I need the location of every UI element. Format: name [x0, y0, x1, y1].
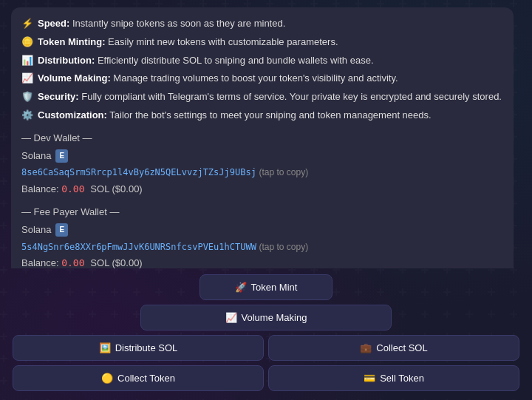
dev-balance-amount: 0.00 — [61, 183, 90, 194]
dev-wallet-row: Solana E — [21, 149, 503, 164]
feature-volume: 📈 Volume Making: Manage trading volumes … — [21, 71, 503, 87]
feature-speed: ⚡ Speed: Instantly snipe tokens as soon … — [21, 16, 503, 32]
distribute-sol-label: Distribute SOL — [115, 342, 178, 353]
collect-sol-icon: 💼 — [360, 342, 372, 353]
button-row-2: 📈 Volume Making — [11, 305, 521, 330]
volume-making-label: Volume Making — [242, 312, 307, 323]
speed-icon: ⚡ — [21, 16, 33, 32]
feature-customization: ⚙️ Customization: Tailor the bot's setti… — [21, 108, 503, 123]
speed-label: Speed: — [38, 18, 69, 29]
message-bubble: ⚡ Speed: Instantly snipe tokens as soon … — [11, 7, 514, 268]
customization-label: Customization: — [38, 109, 107, 121]
minting-text: Easily mint new tokens with customizable… — [108, 36, 338, 47]
distribute-sol-button[interactable]: 🖼️ Distribute SOL — [13, 335, 264, 361]
button-row-3: 🖼️ Distribute SOL 💼 Collect SOL — [11, 335, 521, 361]
volume-making-button[interactable]: 📈 Volume Making — [140, 305, 392, 330]
chat-container: ⚡ Speed: Instantly snipe tokens as soon … — [0, 0, 532, 400]
speed-text: Instantly snipe tokens as soon as they a… — [72, 18, 285, 29]
volume-icon: 📈 — [21, 71, 33, 87]
token-mint-label: Token Mint — [251, 282, 298, 293]
sell-token-label: Sell Token — [380, 373, 424, 384]
button-row-4: 🟡 Collect Token 💳 Sell Token — [11, 365, 521, 391]
dev-balance-suffix: SOL ($0.00) — [90, 183, 142, 194]
sell-token-icon: 💳 — [364, 373, 375, 384]
volume-making-icon: 📈 — [225, 312, 237, 323]
collect-token-label: Collect Token — [117, 373, 175, 384]
token-mint-button[interactable]: 🚀 Token Mint — [200, 274, 332, 300]
volume-text: Manage trading volumes to boost your tok… — [113, 72, 398, 84]
collect-sol-button[interactable]: 💼 Collect SOL — [268, 335, 519, 361]
dev-wallet-section: — Dev Wallet — Solana E 8se6CaSaqSrmSRrc… — [21, 131, 503, 197]
fee-payer-wallet-badge: E — [55, 223, 68, 237]
customization-icon: ⚙️ — [21, 108, 33, 123]
fee-payer-balance-amount: 0.00 — [61, 257, 90, 268]
collect-token-button[interactable]: 🟡 Collect Token — [13, 365, 264, 391]
fee-payer-wallet-address-row[interactable]: 5s4NgSnr6e8XXr6pFmwJJvK6UNRSnfcsvPVEu1hC… — [21, 240, 503, 255]
fee-payer-wallet-balance: Balance: 0.00 SOL ($0.00) — [21, 256, 503, 268]
dev-chain-label: Solana — [21, 149, 51, 164]
volume-label: Volume Making: — [38, 72, 111, 84]
distribution-icon: 📊 — [21, 53, 33, 69]
button-row-1: 🚀 Token Mint — [11, 274, 521, 300]
security-icon: 🛡️ — [21, 89, 33, 105]
feature-minting: 🪙 Token Minting: Easily mint new tokens … — [21, 35, 503, 50]
feature-security: 🛡️ Security: Fully compliant with Telegr… — [21, 89, 503, 105]
feature-distribution: 📊 Distribution: Efficiently distribute S… — [21, 53, 503, 69]
customization-text: Tailor the bot's settings to meet your s… — [109, 109, 431, 121]
dev-balance-label: Balance: — [21, 183, 59, 194]
token-mint-icon: 🚀 — [235, 282, 247, 293]
minting-label: Token Minting: — [38, 36, 105, 47]
security-text: Fully compliant with Telegram's terms of… — [81, 91, 502, 102]
message-content: ⚡ Speed: Instantly snipe tokens as soon … — [21, 16, 503, 268]
fee-payer-wallet-row: Solana E — [21, 223, 503, 238]
distribute-sol-icon: 🖼️ — [99, 342, 111, 353]
security-label: Security: — [38, 91, 79, 102]
distribution-label: Distribution: — [38, 55, 95, 66]
collect-sol-label: Collect SOL — [376, 342, 427, 353]
fee-payer-balance-suffix: SOL ($0.00) — [90, 257, 142, 268]
dev-wallet-balance: Balance: 0.00 SOL ($0.00) — [21, 182, 503, 197]
message-area: ⚡ Speed: Instantly snipe tokens as soon … — [0, 0, 532, 268]
fee-payer-balance-label: Balance: — [21, 257, 59, 268]
fee-payer-wallet-section: — Fee Payer Wallet — Solana E 5s4NgSnr6e… — [21, 205, 503, 268]
dev-wallet-badge: E — [55, 149, 68, 163]
minting-icon: 🪙 — [21, 35, 33, 50]
dev-wallet-address-row[interactable]: 8se6CaSaqSrmSRrcp1l4vBy6zN5QELvvzjTZsJj9… — [21, 165, 503, 180]
collect-token-icon: 🟡 — [101, 373, 113, 384]
buttons-area: 🚀 Token Mint 📈 Volume Making 🖼️ Distribu… — [0, 268, 532, 400]
sell-token-button[interactable]: 💳 Sell Token — [268, 365, 519, 391]
fee-payer-wallet-title: — Fee Payer Wallet — — [21, 205, 503, 220]
fee-payer-chain-label: Solana — [21, 223, 51, 238]
distribution-text: Efficiently distribute SOL to sniping an… — [98, 55, 374, 66]
dev-wallet-title: — Dev Wallet — — [21, 131, 503, 146]
